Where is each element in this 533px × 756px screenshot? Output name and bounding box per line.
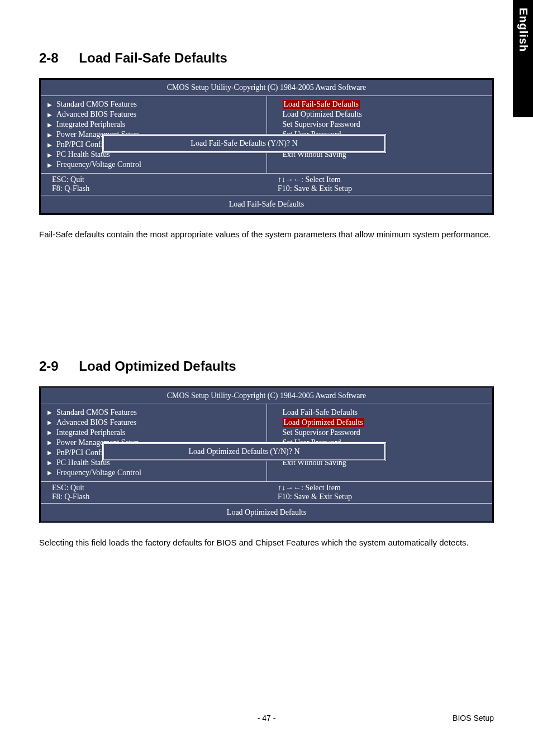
hint-arrows-2: ↑↓→←: Select Item (278, 484, 484, 492)
menu-item[interactable]: ▶Integrated Peripherals (41, 119, 266, 130)
bios-columns-1: ▶Standard CMOS Features▶Advanced BIOS Fe… (41, 95, 492, 173)
page-content: 2-8 Load Fail-Safe Defaults CMOS Setup U… (0, 0, 533, 549)
submenu-arrow-icon: ▶ (47, 439, 52, 446)
bios-status-1: Load Fail-Safe Defaults (41, 195, 492, 213)
menu-item[interactable]: ▶Standard CMOS Features (41, 408, 266, 418)
menu-item-label: Frequency/Voltage Control (56, 160, 141, 169)
menu-item-label: Advanced BIOS Features (56, 110, 136, 119)
submenu-arrow-icon: ▶ (47, 470, 52, 476)
confirm-dialog-1[interactable]: Load Fail-Safe Defaults (Y/N)? N (102, 134, 386, 153)
menu-item-label: Integrated Peripherals (56, 120, 125, 129)
language-tab-label: English (517, 8, 530, 52)
hint-f10-2: F10: Save & Exit Setup (278, 492, 484, 501)
menu-item-label: Set Supervisor Password (283, 428, 360, 437)
menu-item[interactable]: Load Fail-Safe Defaults (267, 408, 493, 418)
submenu-arrow-icon: ▶ (47, 419, 52, 425)
section-1-heading: 2-8 Load Fail-Safe Defaults (39, 50, 494, 66)
hint-qflash: F8: Q-Flash (52, 184, 259, 193)
submenu-arrow-icon: ▶ (47, 102, 52, 108)
menu-item[interactable]: ▶Advanced BIOS Features (41, 418, 266, 428)
menu-item[interactable]: Load Optimized Defaults (267, 109, 493, 119)
submenu-arrow-icon: ▶ (47, 132, 52, 138)
hint-f10: F10: Save & Exit Setup (278, 184, 484, 193)
menu-item-label: Set Supervisor Password (283, 120, 360, 128)
hint-esc-2: ESC: Quit (52, 484, 259, 492)
submenu-arrow-icon: ▶ (47, 162, 52, 168)
hint-qflash-2: F8: Q-Flash (52, 492, 259, 501)
menu-item-label: Standard CMOS Features (56, 100, 137, 109)
section-2-heading: 2-9 Load Optimized Defaults (39, 358, 494, 374)
bios-status-2: Load Optimized Defaults (41, 503, 492, 521)
bios-title-1: CMOS Setup Utility-Copyright (C) 1984-20… (41, 80, 492, 95)
section-2-number: 2-9 (39, 358, 59, 374)
page-number: - 47 - (39, 714, 494, 722)
menu-item-label: Integrated Peripherals (56, 428, 125, 437)
submenu-arrow-icon: ▶ (47, 112, 52, 118)
page-footer: - 47 - BIOS Setup (39, 710, 494, 722)
bios-hints-2: ESC: Quit F8: Q-Flash ↑↓→←: Select Item … (41, 481, 492, 503)
section-1-title: Load Fail-Safe Defaults (79, 50, 227, 65)
menu-item-label: Load Fail-Safe Defaults (283, 408, 358, 417)
menu-item[interactable]: Set Supervisor Password (267, 119, 493, 130)
bios-panel-2: CMOS Setup Utility-Copyright (C) 1984-20… (39, 386, 494, 523)
bios-hints-1: ESC: Quit F8: Q-Flash ↑↓→←: Select Item … (41, 173, 492, 195)
language-tab: English (513, 0, 533, 117)
submenu-arrow-icon: ▶ (47, 409, 52, 415)
menu-item[interactable]: Set Supervisor Password (267, 428, 493, 438)
menu-item-label: Advanced BIOS Features (56, 418, 136, 427)
menu-item[interactable]: Load Fail-Safe Defaults (267, 99, 493, 109)
bios-title-2: CMOS Setup Utility-Copyright (C) 1984-20… (41, 388, 492, 404)
section-1-description: Fail-Safe defaults contain the most appr… (39, 228, 494, 241)
menu-item[interactable]: ▶Frequency/Voltage Control (41, 468, 266, 478)
submenu-arrow-icon: ▶ (47, 122, 52, 128)
menu-item[interactable]: ▶Advanced BIOS Features (41, 109, 266, 119)
menu-item-label: Standard CMOS Features (56, 408, 137, 417)
bios-columns-2: ▶Standard CMOS Features▶Advanced BIOS Fe… (41, 404, 492, 481)
section-1-number: 2-8 (39, 50, 59, 65)
confirm-dialog-2[interactable]: Load Optimized Defaults (Y/N)? N (102, 442, 386, 461)
menu-item-label: Frequency/Voltage Control (56, 468, 141, 477)
hint-esc: ESC: Quit (52, 175, 259, 184)
submenu-arrow-icon: ▶ (47, 429, 52, 436)
menu-item-label: Load Fail-Safe Defaults (283, 100, 360, 109)
menu-item-label: Load Optimized Defaults (283, 418, 364, 427)
bios-panel-1: CMOS Setup Utility-Copyright (C) 1984-20… (39, 78, 494, 215)
submenu-arrow-icon: ▶ (47, 449, 52, 456)
section-2-title: Load Optimized Defaults (79, 358, 236, 374)
hint-arrows: ↑↓→←: Select Item (278, 175, 484, 184)
menu-item[interactable]: ▶Frequency/Voltage Control (41, 160, 266, 170)
menu-item-label: Load Optimized Defaults (283, 110, 362, 118)
submenu-arrow-icon: ▶ (47, 152, 52, 158)
confirm-dialog-2-text: Load Optimized Defaults (Y/N)? N (188, 447, 299, 456)
menu-item[interactable]: ▶Standard CMOS Features (41, 99, 266, 109)
confirm-dialog-1-text: Load Fail-Safe Defaults (Y/N)? N (191, 139, 297, 147)
submenu-arrow-icon: ▶ (47, 142, 52, 148)
menu-item[interactable]: ▶Integrated Peripherals (41, 428, 266, 438)
section-2-description: Selecting this field loads the factory d… (39, 537, 494, 549)
submenu-arrow-icon: ▶ (47, 460, 52, 466)
menu-item[interactable]: Load Optimized Defaults (267, 418, 493, 428)
